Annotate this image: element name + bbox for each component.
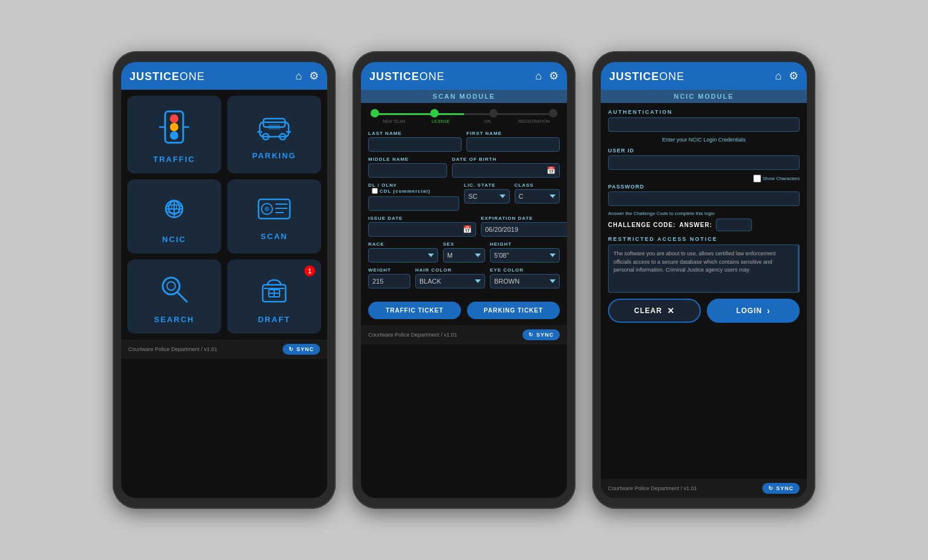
lic-state-label: LIC. STATE xyxy=(464,182,510,188)
home-header-icons: ⌂ ⚙ xyxy=(295,69,319,82)
scan-progress-dots xyxy=(371,109,557,117)
middle-name-input[interactable] xyxy=(368,163,447,178)
class-select[interactable]: C A B xyxy=(515,189,560,204)
ncic-button-row: CLEAR ✕ LOGIN › xyxy=(608,299,800,323)
race-select[interactable] xyxy=(368,248,438,263)
height-select[interactable]: 5'08" xyxy=(490,248,560,263)
show-chars-label: Show Characters xyxy=(753,175,800,182)
svg-point-1 xyxy=(170,114,178,123)
weight-input[interactable] xyxy=(368,274,410,288)
menu-item-draft[interactable]: 1 DRAFT xyxy=(227,260,321,334)
ncic-settings-icon[interactable]: ⚙ xyxy=(789,69,798,82)
home-logo: JUSTICEONE xyxy=(130,68,205,84)
menu-item-ncic[interactable]: NCIC xyxy=(127,179,221,254)
issue-date-group: ISSUE DATE 📅 xyxy=(368,216,476,237)
last-name-input[interactable] xyxy=(368,137,462,152)
pdot-4 xyxy=(549,109,557,117)
plabel-3: VIN xyxy=(464,119,511,123)
traffic-label: TRAFFIC xyxy=(153,155,195,164)
issue-date-calendar-icon[interactable]: 📅 xyxy=(459,225,475,234)
race-group: RACE xyxy=(368,241,438,263)
ncic-footer: Courtware Police Department / v1.01 ↻ SY… xyxy=(601,479,807,498)
ncic-header-icons: ⌂ ⚙ xyxy=(775,69,798,82)
issue-date-input[interactable] xyxy=(369,223,459,236)
user-id-input[interactable] xyxy=(608,155,800,170)
ncic-subheader: NCIC MODULE xyxy=(601,90,807,103)
ncic-clear-button[interactable]: CLEAR ✕ xyxy=(608,299,701,323)
home-header: JUSTICEONE ⌂ ⚙ xyxy=(121,62,327,90)
pdot-2 xyxy=(430,109,439,117)
ncic-login-button[interactable]: LOGIN › xyxy=(707,299,800,323)
eye-color-group: EYE COLOR BROWN BLUE GREEN xyxy=(490,267,560,288)
dob-input[interactable] xyxy=(453,164,543,177)
menu-item-parking[interactable]: PARKING xyxy=(227,96,321,173)
settings-icon[interactable]: ⚙ xyxy=(309,69,319,82)
eye-color-label: EYE COLOR xyxy=(490,267,560,273)
ncic-logo: JUSTICEONE xyxy=(609,68,685,84)
scan-icon xyxy=(257,197,291,226)
parking-ticket-button[interactable]: PARKING TICKET xyxy=(467,302,560,319)
dl-row: DL / OLN# CDL (commercial) LIC. STATE SC xyxy=(368,182,560,211)
menu-item-traffic[interactable]: TRAFFIC xyxy=(127,96,221,173)
phone-ncic: JUSTICEONE ⌂ ⚙ NCIC MODULE AUTHENTICATIO… xyxy=(592,51,815,509)
lic-state-select[interactable]: SC NC GA xyxy=(464,189,510,204)
hair-color-label: HAIR COLOR xyxy=(415,267,485,273)
sex-label: SEX xyxy=(443,241,485,247)
traffic-ticket-button[interactable]: TRAFFIC TICKET xyxy=(368,302,461,319)
scan-screen: JUSTICEONE ⌂ ⚙ SCAN MODULE xyxy=(361,62,567,498)
menu-item-scan[interactable]: SCAN xyxy=(227,179,321,254)
menu-item-search[interactable]: SEARCH xyxy=(127,260,221,334)
height-group: HEIGHT 5'08" xyxy=(490,241,560,263)
cdl-label: CDL (commercial) xyxy=(372,188,430,194)
ncic-home-icon[interactable]: ⌂ xyxy=(775,70,782,82)
lic-state-group: LIC. STATE SC NC GA xyxy=(464,182,510,211)
first-name-input[interactable] xyxy=(466,137,560,152)
exp-date-group: EXPIRATION DATE 📅 xyxy=(481,216,567,237)
scan-settings-icon[interactable]: ⚙ xyxy=(549,69,559,82)
height-label: HEIGHT xyxy=(490,241,560,247)
home-icon[interactable]: ⌂ xyxy=(295,70,302,82)
pdot-1 xyxy=(371,109,379,117)
dl-group: DL / OLN# CDL (commercial) xyxy=(368,182,459,211)
exp-date-label: EXPIRATION DATE xyxy=(481,216,567,221)
user-id-label: USER ID xyxy=(608,148,800,154)
scan-label: SCAN xyxy=(261,232,288,241)
name-row-1: LAST NAME FIRST NAME xyxy=(368,131,560,152)
sex-select[interactable]: M F xyxy=(443,248,485,263)
hair-color-select[interactable]: BLACK BROWN BLONDE xyxy=(415,274,485,288)
login-arrow-icon: › xyxy=(767,306,771,316)
cdl-checkbox[interactable] xyxy=(372,188,378,194)
challenge-row: CHALLENGE CODE: ANSWER: xyxy=(608,219,800,231)
exp-date-input[interactable] xyxy=(481,223,567,236)
home-screen: JUSTICEONE ⌂ ⚙ xyxy=(121,62,327,498)
svg-point-2 xyxy=(170,123,178,131)
eye-color-select[interactable]: BROWN BLUE GREEN xyxy=(490,274,560,288)
home-sync-button[interactable]: ↻ SYNC xyxy=(283,344,320,355)
exp-date-wrapper: 📅 xyxy=(481,222,567,237)
draft-label: DRAFT xyxy=(258,315,290,324)
clear-x-icon: ✕ xyxy=(667,306,675,316)
authentication-input[interactable] xyxy=(608,117,800,132)
dob-calendar-icon[interactable]: 📅 xyxy=(543,166,559,175)
race-row: RACE SEX M F HEIGHT xyxy=(368,241,560,263)
show-chars-checkbox[interactable] xyxy=(753,175,761,182)
parking-icon xyxy=(257,114,291,145)
restricted-access-label: RESTRICTED ACCESS NOTICE xyxy=(608,236,800,242)
dl-label: DL / OLN# CDL (commercial) xyxy=(368,182,459,195)
password-input[interactable] xyxy=(608,191,800,206)
plabel-1: NEW SCAN xyxy=(371,119,418,123)
ncic-sync-button[interactable]: ↻ SYNC xyxy=(762,483,800,494)
answer-input[interactable] xyxy=(716,219,752,231)
weight-row: WEIGHT HAIR COLOR BLACK BROWN BLONDE EYE… xyxy=(368,267,560,288)
home-menu-grid: TRAFFIC PA xyxy=(121,90,327,340)
svg-point-24 xyxy=(167,282,175,290)
dob-input-wrapper: 📅 xyxy=(452,163,560,178)
scan-progress-labels: NEW SCAN LICENSE VIN REGISTRATION xyxy=(371,119,557,123)
svg-point-3 xyxy=(170,131,178,140)
scan-form: LAST NAME FIRST NAME MIDDLE NAME DATE OF xyxy=(361,126,567,298)
scan-home-icon[interactable]: ⌂ xyxy=(535,70,542,82)
draft-icon xyxy=(259,274,289,309)
scan-sync-button[interactable]: ↻ SYNC xyxy=(522,329,560,340)
sex-group: SEX M F xyxy=(443,241,485,263)
dl-input[interactable] xyxy=(368,196,459,211)
